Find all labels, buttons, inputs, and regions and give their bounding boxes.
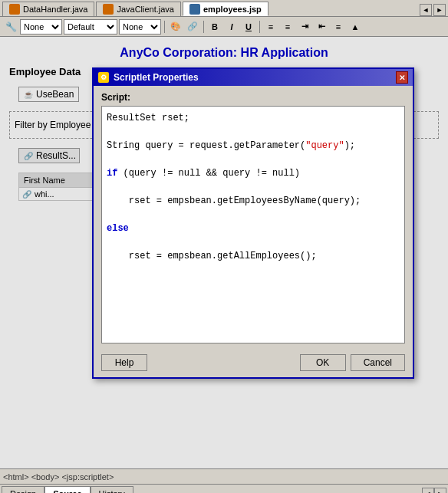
tab-javaclient[interactable]: JavaClient.java [96,2,181,16]
toolbar-dropdown-default[interactable]: Default [64,19,117,35]
toolbar-dropdown-none2[interactable]: None [119,19,161,35]
main-content: AnyCo Corporation: HR Application Employ… [0,37,448,468]
bottom-tab-design[interactable]: Design [2,486,44,493]
dialog-title-bar: ⚙ Scriptlet Properties ✕ [94,69,413,86]
toolbar-underline-btn[interactable]: U [241,19,256,35]
code-line-1: ResultSet rset; [107,111,400,125]
dialog-title-icon: ⚙ [98,72,109,83]
status-bar: <html> <body> <jsp:scriptlet> [0,468,448,484]
code-line-2: String query = request.getParameter("que… [107,139,400,153]
code-line-blank2 [107,153,400,166]
code-line-5: else [107,222,400,235]
tab-scroll-right[interactable]: ► [433,4,446,16]
jsp-file-icon [189,4,200,15]
bottom-tab-design-label: Design [10,489,36,493]
tab-label-javaclient: JavaClient.java [117,5,174,14]
tab-label-employees: employees.jsp [203,5,262,14]
dialog-help-button[interactable]: Help [101,354,147,371]
toolbar-bold-btn[interactable]: B [207,19,222,35]
scroll-right-btn[interactable]: ► [434,488,446,494]
tab-employees-jsp[interactable]: employees.jsp [183,2,268,16]
dialog-cancel-button[interactable]: Cancel [351,354,405,371]
toolbar-italic-btn[interactable]: I [224,19,239,35]
toolbar-divider2 [203,21,204,33]
dialog-footer: Help OK Cancel [94,350,413,377]
toolbar-indent-btn[interactable]: ⇥ [297,19,312,35]
toolbar-scroll-up[interactable]: ▲ [348,19,363,35]
code-line-blank5 [107,235,400,249]
tab-bar: DataHandler.java JavaClient.java employe… [0,0,448,17]
code-line-blank3 [107,180,400,194]
toolbar-outdent-btn[interactable]: ⇤ [314,19,329,35]
toolbar-dropdown-none1[interactable]: None [20,19,62,35]
code-line-4: rset = empsbean.getEmployeesByName(query… [107,194,400,208]
toolbar-align-btn[interactable]: ≡ [331,19,346,35]
scroll-left-btn[interactable]: ◄ [422,488,434,494]
code-line-3: if (query != null && query != null) [107,166,400,180]
toolbar: 🔧 None Default None 🎨 🔗 B I U ≡ ≡ ⇥ ⇤ ≡ … [0,17,448,37]
java-file-icon [9,4,20,15]
toolbar-icon-btn[interactable]: 🔧 [3,19,18,35]
bottom-tab-bar: Design Source History ◄ ► [0,484,448,493]
dialog-ok-button[interactable]: OK [300,354,346,371]
bottom-tab-history-label: History [99,489,125,493]
scriptlet-properties-dialog: ⚙ Scriptlet Properties ✕ Script: ResultS… [92,67,414,379]
toolbar-divider1 [164,21,165,33]
tab-datahandler[interactable]: DataHandler.java [2,2,94,16]
status-text: <html> <body> <jsp:scriptlet> [3,472,114,481]
bottom-scroll-controls: ◄ ► [422,488,446,494]
code-area[interactable]: ResultSet rset; String query = request.g… [101,106,405,343]
dialog-close-button[interactable]: ✕ [396,71,408,84]
toolbar-list2-btn[interactable]: ≡ [280,19,295,35]
dialog-title-text: Scriptlet Properties [114,72,199,83]
bottom-tab-history[interactable]: History [91,486,133,493]
bottom-tab-source[interactable]: Source [44,486,90,493]
dialog-body: Script: ResultSet rset; String query = r… [94,86,413,350]
code-line-6: rset = empsbean.getAllEmployees(); [107,249,400,263]
code-line-blank1 [107,125,400,139]
toolbar-list1-btn[interactable]: ≡ [263,19,278,35]
code-line-blank4 [107,208,400,222]
toolbar-link-btn[interactable]: 🔗 [185,19,200,35]
toolbar-paint-btn[interactable]: 🎨 [168,19,183,35]
toolbar-divider3 [259,21,260,33]
java-file-icon2 [103,4,114,15]
bottom-tab-source-label: Source [53,489,81,493]
tab-label-datahandler: DataHandler.java [23,5,87,14]
tab-scroll-left[interactable]: ◄ [420,4,432,16]
script-label: Script: [101,92,405,103]
